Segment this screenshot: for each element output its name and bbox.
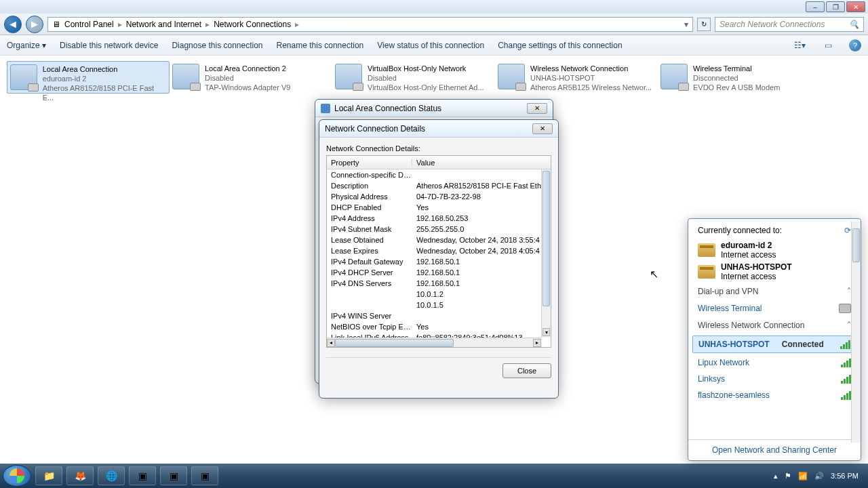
taskbar-explorer[interactable]: 📁 xyxy=(35,466,62,485)
network-item[interactable]: flashzone-seamless xyxy=(688,387,861,403)
connection-status: eduroam-id 2 xyxy=(43,74,166,83)
preview-pane-icon[interactable]: ▭ xyxy=(821,38,835,53)
back-button[interactable]: ◄ xyxy=(4,16,22,33)
table-row[interactable]: 10.0.1.2 xyxy=(327,289,551,300)
col-value[interactable]: Value xyxy=(412,159,551,167)
vertical-scrollbar[interactable]: ▾ xyxy=(541,169,551,338)
value-cell: 192.168.50.1 xyxy=(412,279,551,287)
flyout-header: Currently connected to: xyxy=(698,226,782,235)
maximize-button[interactable]: ❐ xyxy=(826,1,845,12)
network-item-terminal[interactable]: Wireless Terminal xyxy=(688,300,861,317)
network-item[interactable]: UNHAS-HOTSPOT Connected xyxy=(692,336,856,353)
table-row[interactable]: IPv4 DHCP Server192.168.50.1 xyxy=(327,267,551,278)
connected-network[interactable]: UNHAS-HOTSPOT Internet access xyxy=(688,261,861,283)
connection-item[interactable]: Local Area Connection 2 Disabled TAP-Win… xyxy=(170,61,332,94)
close-icon[interactable]: ✕ xyxy=(532,123,553,134)
modem-icon xyxy=(839,304,851,313)
table-row[interactable]: Connection-specific DN... xyxy=(327,169,551,180)
tb-disable[interactable]: Disable this network device xyxy=(60,41,158,50)
table-row[interactable]: DHCP EnabledYes xyxy=(327,202,551,213)
organize-menu[interactable]: Organize ▾ xyxy=(7,41,46,50)
view-options-icon[interactable]: ☷▾ xyxy=(792,38,807,53)
taskbar-firefox[interactable]: 🦊 xyxy=(66,466,94,485)
table-row[interactable]: IPv4 Default Gateway192.168.50.1 xyxy=(327,256,551,267)
taskbar-app[interactable]: ▣ xyxy=(129,466,156,485)
dialog-titlebar[interactable]: Network Connection Details ✕ xyxy=(319,120,558,138)
tb-viewstatus[interactable]: View status of this connection xyxy=(377,41,484,50)
tray-overflow-icon[interactable]: ▴ xyxy=(774,472,778,481)
tb-changesettings[interactable]: Change settings of this connection xyxy=(498,41,622,50)
signal-icon xyxy=(840,340,850,349)
search-input[interactable]: Search Network Connections 🔍 xyxy=(715,17,864,32)
connection-item[interactable]: VirtualBox Host-Only Network Disabled Vi… xyxy=(332,61,495,94)
connection-status: Disabled xyxy=(368,73,484,83)
computer-icon: 🖥 xyxy=(52,20,60,29)
scrollbar-thumb[interactable] xyxy=(852,228,860,262)
tray-volume-icon[interactable]: 🔊 xyxy=(814,472,824,481)
table-row[interactable]: DescriptionAtheros AR8152/8158 PCI-E Fas… xyxy=(327,180,551,191)
start-button[interactable] xyxy=(3,465,31,487)
table-row[interactable]: Physical Address04-7D-7B-23-22-98 xyxy=(327,191,551,202)
crumb-network-connections[interactable]: Network Connections xyxy=(214,20,291,29)
network-name: UNHAS-HOTSPOT xyxy=(698,340,770,349)
tray-network-icon[interactable]: 📶 xyxy=(798,472,808,481)
connection-item[interactable]: Local Area Connection eduroam-id 2 Ather… xyxy=(7,61,170,94)
col-property[interactable]: Property xyxy=(327,159,412,167)
section-wireless[interactable]: Wireless Network Connection˄ xyxy=(688,317,861,334)
horizontal-scrollbar[interactable]: ◂ ▸ xyxy=(327,338,541,347)
taskbar-app[interactable]: ▣ xyxy=(191,466,218,485)
network-name: Lipux Network xyxy=(698,358,749,367)
value-cell: 10.0.1.2 xyxy=(412,290,551,298)
value-cell: 10.0.1.5 xyxy=(412,301,551,309)
connected-network[interactable]: eduroam-id 2 Internet access xyxy=(688,239,861,261)
help-icon[interactable]: ? xyxy=(849,39,861,52)
crumb-control-panel[interactable]: Control Panel xyxy=(64,20,114,29)
scrollbar-thumb[interactable] xyxy=(335,339,454,347)
connection-item[interactable]: Wireless Network Connection UNHAS-HOTSPO… xyxy=(495,61,658,94)
scroll-down-icon[interactable]: ▾ xyxy=(542,328,550,336)
forward-button[interactable]: ► xyxy=(26,16,43,33)
scroll-right-icon[interactable]: ▸ xyxy=(533,339,541,347)
refresh-button[interactable]: ↻ xyxy=(697,18,711,31)
table-row[interactable]: Lease ObtainedWednesday, October 24, 201… xyxy=(327,235,551,245)
network-item[interactable]: Lipux Network xyxy=(688,354,861,371)
table-row[interactable]: IPv4 WINS Server xyxy=(327,310,551,321)
taskbar-app[interactable]: ▣ xyxy=(160,466,187,485)
table-row[interactable]: 10.0.1.5 xyxy=(327,300,551,310)
open-network-center-link[interactable]: Open Network and Sharing Center xyxy=(688,439,861,460)
section-dialup[interactable]: Dial-up and VPN˄ xyxy=(688,283,861,300)
scroll-left-icon[interactable]: ◂ xyxy=(327,339,335,347)
value-cell: 04-7D-7B-23-22-98 xyxy=(412,192,551,201)
close-button[interactable]: ✕ xyxy=(846,1,865,12)
tray-clock[interactable]: 3:56 PM xyxy=(831,472,859,480)
value-cell: Yes xyxy=(412,203,551,211)
connection-name: Wireless Network Connection xyxy=(530,64,652,73)
table-row[interactable]: IPv4 Subnet Mask255.255.255.0 xyxy=(327,224,551,235)
details-label: Network Connection Details: xyxy=(326,144,551,152)
breadcrumb[interactable]: 🖥 Control Panel▸ Network and Internet▸ N… xyxy=(47,17,693,32)
tb-rename[interactable]: Rename this connection xyxy=(277,41,364,50)
table-row[interactable]: NetBIOS over Tcpip En...Yes xyxy=(327,321,551,332)
dialog-titlebar[interactable]: Local Area Connection Status ✕ xyxy=(315,100,553,117)
minimize-button[interactable]: – xyxy=(806,1,825,12)
scrollbar-thumb[interactable] xyxy=(542,171,550,306)
taskbar-chrome[interactable]: 🌐 xyxy=(98,466,125,485)
connection-name: Local Area Connection 2 xyxy=(205,64,290,73)
network-adapter-icon xyxy=(10,64,37,90)
refresh-icon[interactable]: ⟳ xyxy=(844,226,851,235)
table-row[interactable]: IPv4 Address192.168.50.253 xyxy=(327,213,551,224)
table-row[interactable]: IPv4 DNS Servers192.168.50.1 xyxy=(327,278,551,289)
close-icon[interactable]: ✕ xyxy=(527,103,547,114)
network-item[interactable]: Linksys xyxy=(688,371,861,387)
connection-item[interactable]: Wireless Terminal Disconnected EVDO Rev … xyxy=(658,61,821,94)
property-cell: DHCP Enabled xyxy=(327,203,412,211)
close-button[interactable]: Close xyxy=(502,363,551,378)
network-icon xyxy=(698,265,715,279)
table-row[interactable]: Lease ExpiresWednesday, October 24, 2018… xyxy=(327,245,551,256)
tb-diagnose[interactable]: Diagnose this connection xyxy=(172,41,262,50)
tray-flag-icon[interactable]: ⚑ xyxy=(785,472,791,481)
flyout-scrollbar[interactable] xyxy=(851,222,861,443)
connection-name: Local Area Connection xyxy=(43,64,166,74)
network-name: Linksys xyxy=(698,374,725,384)
crumb-network-internet[interactable]: Network and Internet xyxy=(126,20,201,29)
